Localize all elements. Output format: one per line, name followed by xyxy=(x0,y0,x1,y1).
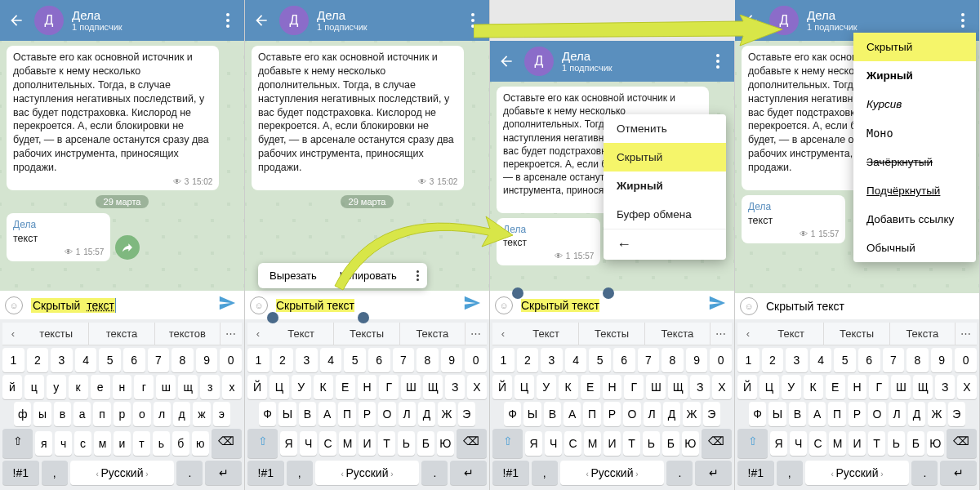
key[interactable]: Ш xyxy=(646,375,666,399)
key[interactable]: ь xyxy=(153,431,170,456)
message[interactable]: Дела текст 👁 1 15:57 xyxy=(497,218,600,265)
key[interactable]: з xyxy=(200,375,220,399)
key[interactable]: Э xyxy=(948,402,965,426)
key[interactable]: З xyxy=(445,375,465,399)
key[interactable]: ч xyxy=(55,431,72,456)
key[interactable]: Ж xyxy=(928,402,945,426)
key[interactable]: щ xyxy=(178,375,198,399)
backspace-key[interactable]: ⌫ xyxy=(212,429,242,458)
key[interactable]: 4 xyxy=(320,348,342,372)
key[interactable]: П xyxy=(338,402,355,426)
key[interactable]: Р xyxy=(604,402,621,426)
key[interactable]: н xyxy=(113,375,132,399)
symbols-key[interactable]: !#1 xyxy=(737,461,774,485)
space-key[interactable]: ‹ Русский › xyxy=(315,461,420,485)
key[interactable]: Я xyxy=(525,431,542,456)
key[interactable]: С xyxy=(809,431,826,456)
key[interactable]: Ю xyxy=(437,431,454,456)
key[interactable]: Э xyxy=(458,402,475,426)
avatar[interactable]: Д xyxy=(279,6,309,35)
space-key[interactable]: ‹ Русский › xyxy=(70,461,175,485)
key[interactable]: Ф xyxy=(259,402,276,426)
key[interactable]: Я xyxy=(280,431,297,456)
menu-link[interactable]: Добавить ссылку xyxy=(853,205,976,234)
more-icon[interactable]: ⋯ xyxy=(956,323,977,345)
key[interactable]: 3 xyxy=(786,348,808,372)
key[interactable]: ф xyxy=(14,402,31,426)
key[interactable]: С xyxy=(564,431,581,456)
key[interactable]: И xyxy=(604,431,621,456)
key[interactable]: Г xyxy=(379,375,399,399)
key[interactable]: 7 xyxy=(393,348,415,372)
key[interactable]: 4 xyxy=(75,348,97,372)
key[interactable]: 9 xyxy=(686,348,708,372)
menu-dots-icon[interactable] xyxy=(463,13,483,28)
key[interactable]: М xyxy=(584,431,601,456)
message-input[interactable]: Скрытый текст xyxy=(763,296,974,316)
chevron-left-icon[interactable]: ‹ xyxy=(2,323,24,345)
suggestion[interactable]: Тексты xyxy=(579,323,644,345)
key[interactable]: Е xyxy=(336,375,355,399)
key[interactable]: Ф xyxy=(749,402,766,426)
key[interactable]: 9 xyxy=(441,348,463,372)
key[interactable]: Г xyxy=(869,375,889,399)
key[interactable]: С xyxy=(319,431,336,456)
dot-key[interactable]: . xyxy=(666,461,693,485)
chat-title-block[interactable]: Дела 1 подписчик xyxy=(562,50,700,74)
message-input[interactable]: Скрытый текст xyxy=(518,296,700,315)
key[interactable]: д xyxy=(173,402,190,426)
key[interactable]: Н xyxy=(848,375,867,399)
menu-bold[interactable]: Жирный xyxy=(604,172,726,200)
key[interactable]: м xyxy=(94,431,111,456)
menu-underline[interactable]: Подчёркнутый xyxy=(853,176,976,205)
suggestion[interactable]: Текст xyxy=(269,323,334,345)
key[interactable]: 0 xyxy=(710,348,732,372)
chevron-left-icon[interactable]: ‹ xyxy=(737,323,759,345)
message[interactable]: Оставьте его как основной источник и доб… xyxy=(252,46,464,190)
comma-key[interactable]: , xyxy=(532,461,558,485)
menu-clipboard[interactable]: Буфер обмена xyxy=(604,200,726,229)
key[interactable]: ю xyxy=(192,431,209,456)
key[interactable]: 1 xyxy=(2,348,24,372)
key[interactable]: О xyxy=(378,402,395,426)
menu-mono[interactable]: Моно xyxy=(853,118,976,148)
key[interactable]: 6 xyxy=(123,348,145,372)
key[interactable]: 5 xyxy=(589,348,611,372)
backspace-key[interactable]: ⌫ xyxy=(947,429,977,458)
emoji-icon[interactable]: ☺ xyxy=(5,296,23,314)
key[interactable]: Ч xyxy=(300,431,317,456)
menu-dots-icon[interactable] xyxy=(218,13,238,28)
key[interactable]: е xyxy=(91,375,110,399)
suggestion[interactable]: Тексты xyxy=(824,323,889,345)
enter-key[interactable]: ↵ xyxy=(450,461,487,485)
emoji-icon[interactable]: ☺ xyxy=(740,297,758,315)
key[interactable]: 9 xyxy=(196,348,218,372)
key[interactable]: Ы xyxy=(278,402,296,426)
send-icon[interactable] xyxy=(460,294,484,316)
key[interactable]: п xyxy=(93,402,110,426)
key[interactable]: 3 xyxy=(51,348,73,372)
key[interactable]: я xyxy=(35,431,52,456)
key[interactable]: Ц xyxy=(270,375,289,399)
key[interactable]: 0 xyxy=(465,348,487,372)
back-arrow-icon[interactable]: ← xyxy=(604,229,726,260)
menu-hidden[interactable]: Скрытый xyxy=(604,143,726,172)
key[interactable]: Г xyxy=(624,375,644,399)
key[interactable]: Й xyxy=(492,375,512,399)
key[interactable]: Х xyxy=(712,375,732,399)
menu-hidden[interactable]: Скрытый xyxy=(853,33,976,61)
key[interactable]: М xyxy=(829,431,846,456)
key[interactable]: Ф xyxy=(504,402,521,426)
key[interactable]: 2 xyxy=(272,348,294,372)
key[interactable]: 3 xyxy=(296,348,318,372)
key[interactable]: Щ xyxy=(913,375,933,399)
key[interactable]: р xyxy=(114,402,131,426)
key[interactable]: Э xyxy=(703,402,720,426)
key[interactable]: У xyxy=(292,375,311,399)
key[interactable]: Л xyxy=(644,402,661,426)
key[interactable]: Ь xyxy=(643,431,660,456)
key[interactable]: 1 xyxy=(737,348,760,372)
key[interactable]: Ы xyxy=(523,402,541,426)
key[interactable]: Т xyxy=(378,431,395,456)
dot-key[interactable]: . xyxy=(421,461,448,485)
